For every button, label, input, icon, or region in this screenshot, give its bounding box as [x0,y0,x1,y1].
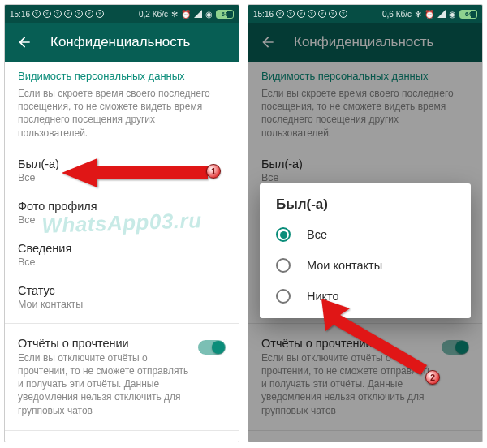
signal-icon [194,10,202,18]
status-notif-icon: Y [339,10,347,18]
signal-icon [437,10,446,18]
item-title: Был(-а) [18,157,226,170]
item-last-seen[interactable]: Был(-а) Все [18,149,226,192]
radio-icon [276,227,291,242]
status-notif-icon: Y [75,10,83,18]
header: Конфиденциальность [5,23,239,62]
annotation-marker-2: 2 [425,370,440,385]
status-notif-icon: Y [64,10,72,18]
item-desc: Если вы отключите отчёты о прочтении, то… [18,351,190,417]
radio-icon [276,289,291,304]
dialog-option-nobody[interactable]: Никто [266,281,464,312]
item-about[interactable]: Сведения Все [18,234,226,276]
alarm-icon: ⏰ [181,10,191,19]
battery-icon: 64 [216,10,234,19]
battery-icon: 64 [459,10,477,19]
status-notif-icon: Y [287,10,295,18]
last-seen-dialog: Был(-а) Все Мои контакты Никто [260,183,471,318]
item-status[interactable]: Статус Мои контакты [18,276,226,318]
item-photo[interactable]: Фото профиля Все [18,192,226,234]
status-time: 15:16 [253,10,274,19]
read-receipts-toggle[interactable] [198,340,226,355]
dialog-option-all[interactable]: Все [266,219,464,250]
item-value: Все [18,172,226,183]
status-notif-icon: Y [54,10,62,18]
wifi-icon: ◉ [205,10,213,19]
status-time: 15:16 [10,10,30,19]
wifi-icon: ◉ [449,10,456,19]
item-title: Фото профиля [18,200,226,213]
dialog-option-label: Все [307,228,327,241]
status-notif-icon: Y [308,10,316,18]
section-desc: Если вы скроете время своего последнего … [18,87,226,140]
item-value: Мои контакты [18,299,226,310]
status-speed: 0,2 Кб/с [139,10,168,19]
section-title: Видимость персональных данных [18,70,226,82]
alarm-icon: ⏰ [425,10,434,19]
status-notif-icon: Y [276,10,284,18]
item-read-receipts[interactable]: Отчёты о прочтении Если вы отключите отч… [18,329,226,425]
bluetooth-icon: ✻ [415,10,421,19]
status-speed: 0,6 Кб/с [382,10,412,19]
dialog-title: Был(-а) [266,196,464,219]
divider [5,430,239,431]
divider [5,323,239,324]
dialog-option-label: Мои контакты [307,259,382,272]
dialog-option-contacts[interactable]: Мои контакты [266,250,464,281]
status-notif-icon: Y [318,10,326,18]
status-notif-icon: Y [43,10,51,18]
item-title: Отчёты о прочтении [18,337,190,350]
header-title: Конфиденциальность [50,34,190,50]
item-groups[interactable]: Группы [18,436,226,442]
dialog-option-label: Никто [307,290,339,303]
phone-right: 15:16 Y Y Y Y Y Y Y 0,6 Кб/с ✻ ⏰ ◉ 64 Ко… [248,4,483,442]
annotation-marker-1: 1 [206,164,221,179]
status-notif-icon: Y [32,10,41,18]
status-notif-icon: Y [297,10,305,18]
status-notif-icon: Y [96,10,104,18]
phone-left: 15:16 Y Y Y Y Y Y Y 0,2 Кб/с ✻ ⏰ ◉ 64 Ко… [4,4,239,442]
status-bar: 15:16 Y Y Y Y Y Y Y 0,2 Кб/с ✻ ⏰ ◉ 64 [5,5,239,23]
back-icon[interactable] [16,34,32,50]
bluetooth-icon: ✻ [171,10,178,19]
item-value: Все [18,214,226,226]
status-notif-icon: Y [85,10,93,18]
radio-icon [276,258,291,273]
item-value: Все [18,256,226,268]
item-title: Статус [18,284,226,297]
status-bar: 15:16 Y Y Y Y Y Y Y 0,6 Кб/с ✻ ⏰ ◉ 64 [248,5,482,23]
content: Видимость персональных данных Если вы ск… [5,62,239,442]
item-title: Сведения [18,242,226,255]
status-notif-icon: Y [329,10,337,18]
